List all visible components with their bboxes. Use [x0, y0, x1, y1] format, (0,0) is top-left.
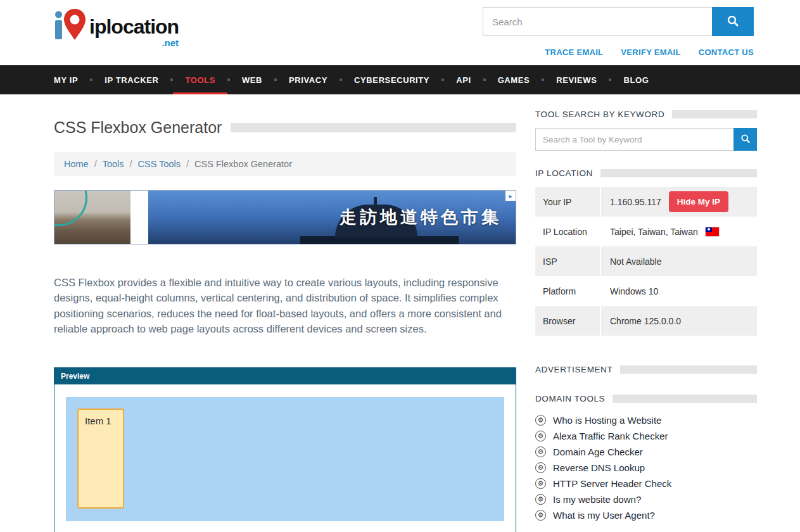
domain-tool-link-hosting[interactable]: Who is Hosting a Website — [553, 415, 661, 426]
search-icon — [740, 134, 751, 146]
tool-description: CSS Flexbox provides a flexible and intu… — [54, 275, 516, 337]
domain-tool-link-alexa-rank[interactable]: Alexa Traffic Rank Checker — [553, 431, 668, 441]
page-title: CSS Flexbox Generator — [54, 118, 222, 137]
hide-my-ip-button[interactable]: Hide My IP — [669, 191, 728, 212]
list-item: ⚙ Is my website down? — [535, 494, 757, 505]
verify-email-link[interactable]: VERIFY EMAIL — [621, 48, 680, 57]
domain-tools-list: ⚙ Who is Hosting a Website ⚙ Alexa Traff… — [535, 415, 757, 521]
tool-search-heading: TOOL SEARCH BY KEYWORD — [535, 110, 757, 119]
list-item: ⚙ HTTP Server Header Check — [535, 478, 757, 489]
site-search — [483, 7, 754, 36]
row-value: Not Available — [601, 256, 757, 267]
heading-decoration-bar — [600, 169, 757, 177]
site-logo[interactable]: iplocation .net — [53, 5, 179, 48]
list-item: ⚙ What is my User Agent? — [535, 510, 757, 521]
tool-search — [535, 128, 757, 151]
gear-icon: ⚙ — [535, 431, 546, 441]
table-row: Platform Windows 10 — [535, 276, 757, 306]
platform-value: Windows 10 — [610, 286, 658, 296]
logo-word: iplocation — [89, 15, 179, 39]
title-decoration-bar — [231, 123, 516, 132]
breadcrumb-separator: / — [130, 159, 132, 169]
flexbox-preview: Preview Item 1 — [54, 367, 516, 532]
heading-decoration-bar — [672, 110, 757, 118]
advertisement-heading: ADVERTISEMENT — [535, 365, 757, 374]
ad-gap — [130, 191, 148, 244]
ad-banner[interactable]: 走訪地道特色市集 ▸ — [54, 190, 516, 244]
nav-item-cybersecurity[interactable]: CYBERSECURITY — [342, 65, 441, 94]
your-ip-value: 1.160.95.117 — [610, 197, 661, 207]
nav-item-reviews[interactable]: REVIEWS — [544, 65, 609, 94]
ad-route-line — [54, 191, 87, 226]
list-item: ⚙ Alexa Traffic Rank Checker — [535, 431, 757, 441]
header-links: TRACE EMAIL VERIFY EMAIL CONTACT US — [545, 48, 754, 57]
nav-item-my-ip[interactable]: MY IP — [54, 65, 90, 94]
trace-email-link[interactable]: TRACE EMAIL — [545, 48, 603, 57]
domain-tool-link-user-agent[interactable]: What is my User Agent? — [553, 510, 655, 521]
table-row: ISP Not Available — [535, 246, 757, 276]
row-value: Taipei, Taiwan, Taiwan — [601, 227, 757, 237]
domain-tools-heading-text: DOMAIN TOOLS — [535, 394, 605, 403]
domain-tool-link-website-down[interactable]: Is my website down? — [553, 494, 641, 505]
list-item: ⚙ Who is Hosting a Website — [535, 415, 757, 426]
domain-tool-link-domain-age[interactable]: Domain Age Checker — [553, 446, 643, 457]
domain-tool-link-http-header[interactable]: HTTP Server Header Check — [553, 478, 671, 489]
search-icon — [727, 15, 739, 29]
breadcrumb-tools[interactable]: Tools — [103, 159, 124, 169]
logo-tld: .net — [162, 37, 179, 48]
site-header: iplocation .net TRACE EMAIL VERIFY EMAIL… — [0, 0, 800, 65]
nav-item-tools[interactable]: TOOLS — [173, 65, 227, 94]
row-label: ISP — [535, 246, 601, 276]
tool-search-button[interactable] — [733, 128, 757, 151]
ad-caption-text: 走訪地道特色市集 — [340, 206, 502, 229]
domain-tool-link-reverse-dns[interactable]: Reverse DNS Lookup — [553, 462, 645, 473]
heading-decoration-bar — [613, 395, 757, 403]
breadcrumb-home[interactable]: Home — [64, 159, 89, 169]
gear-icon: ⚙ — [535, 478, 546, 489]
gear-icon: ⚙ — [535, 462, 546, 473]
gear-icon: ⚙ — [535, 415, 546, 426]
ad-photo-segment — [54, 191, 130, 244]
isp-value: Not Available — [610, 256, 661, 267]
logo-pin-icon — [53, 5, 88, 44]
nav-item-privacy[interactable]: PRIVACY — [277, 65, 340, 94]
row-value: Windows 10 — [601, 286, 757, 296]
row-value: 1.160.95.117 Hide My IP — [601, 191, 757, 212]
heading-decoration-bar — [620, 365, 757, 374]
nav-item-web[interactable]: WEB — [230, 65, 274, 94]
row-label: Browser — [535, 306, 601, 336]
row-value: Chrome 125.0.0.0 — [601, 316, 757, 326]
nav-item-api[interactable]: API — [444, 65, 483, 94]
list-item: ⚙ Reverse DNS Lookup — [535, 462, 757, 473]
adchoices-icon[interactable]: ▸ — [505, 191, 516, 201]
table-row: IP Location Taipei, Taiwan, Taiwan — [535, 217, 757, 246]
preview-body: Item 1 — [54, 384, 516, 532]
ip-info-table: Your IP 1.160.95.117 Hide My IP IP Locat… — [535, 187, 757, 336]
contact-us-link[interactable]: CONTACT US — [699, 48, 754, 57]
ip-location-heading-text: IP LOCATION — [535, 168, 593, 178]
gear-icon: ⚙ — [535, 494, 546, 505]
nav-item-games[interactable]: GAMES — [486, 65, 542, 94]
row-label: Platform — [535, 276, 601, 306]
site-search-input[interactable] — [483, 7, 712, 36]
breadcrumb-css-tools[interactable]: CSS Tools — [138, 159, 181, 169]
main-nav: MY IP IP TRACKER TOOLS WEB PRIVACY CYBER… — [0, 65, 800, 94]
breadcrumb-current: CSS Flexbox Generator — [194, 159, 292, 169]
ip-location-heading: IP LOCATION — [535, 168, 757, 178]
domain-tools-heading: DOMAIN TOOLS — [535, 394, 757, 403]
breadcrumb-separator: / — [186, 159, 189, 169]
ad-main-segment: 走訪地道特色市集 — [148, 191, 516, 244]
ip-location-value: Taipei, Taiwan, Taiwan — [610, 227, 698, 237]
tool-search-heading-text: TOOL SEARCH BY KEYWORD — [535, 110, 664, 119]
preview-flex-container: Item 1 — [66, 397, 504, 521]
page-content: CSS Flexbox Generator Home / Tools / CSS… — [0, 94, 800, 532]
nav-item-ip-tracker[interactable]: IP TRACKER — [92, 65, 170, 94]
tool-search-input[interactable] — [535, 128, 733, 151]
table-row: Browser Chrome 125.0.0.0 — [535, 306, 757, 336]
advertisement-heading-text: ADVERTISEMENT — [535, 365, 613, 374]
nav-item-blog[interactable]: BLOG — [611, 65, 661, 94]
breadcrumb-separator: / — [94, 159, 97, 169]
preview-flex-item[interactable]: Item 1 — [77, 408, 124, 509]
site-search-button[interactable] — [712, 7, 754, 36]
taiwan-flag-icon — [706, 227, 719, 236]
